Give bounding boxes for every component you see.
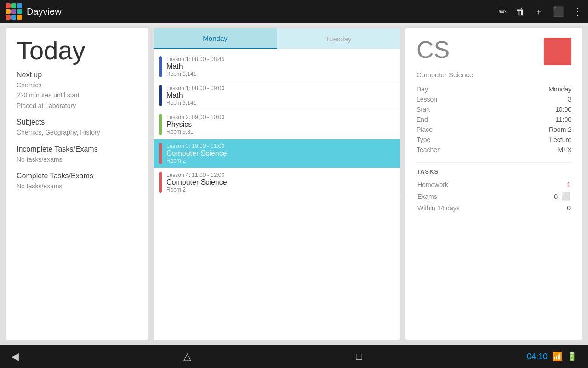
- next-up-place: Placed at Laboratory: [17, 101, 137, 111]
- lessons-list: Lesson 1: 08:00 - 08:45 Math Room 3,141 …: [154, 49, 400, 340]
- home-icon[interactable]: △: [183, 351, 191, 362]
- subject-header: CS: [417, 38, 571, 65]
- task-value: 1: [528, 180, 571, 190]
- subjects-value: Chemics, Geography, History: [17, 127, 137, 137]
- detail-key: Place: [417, 125, 509, 135]
- back-icon[interactable]: ◀: [11, 351, 19, 362]
- lesson-color-bar: [159, 114, 162, 135]
- right-panel: CS Computer Science DayMondayLesson3Star…: [405, 28, 582, 340]
- table-row: TeacherMr X: [417, 145, 571, 155]
- lesson-color-bar: [159, 85, 162, 106]
- more-icon[interactable]: ⋮: [573, 6, 582, 17]
- add-icon[interactable]: ＋: [534, 6, 543, 18]
- lesson-time: Lesson 4: 11:00 - 12:00: [166, 172, 394, 178]
- main-content: Today Next up Chemics 220 minutes until …: [0, 23, 588, 345]
- trash-icon[interactable]: 🗑: [516, 6, 525, 17]
- task-key: Homework: [417, 180, 527, 190]
- lesson-item[interactable]: Lesson 1: 08:00 - 08:45 Math Room 3,141: [154, 52, 400, 81]
- lesson-info: Lesson 1: 08:00 - 09:00 Math Room 3,141: [166, 85, 394, 106]
- detail-value: 3: [509, 94, 571, 104]
- lesson-item[interactable]: Lesson 3: 10:00 - 11:00 Computer Science…: [154, 139, 400, 168]
- task-key: Exams: [417, 191, 527, 202]
- lesson-item[interactable]: Lesson 4: 11:00 - 12:00 Computer Science…: [154, 168, 400, 197]
- task-value: 0 ⬜: [528, 191, 571, 202]
- tab-tuesday[interactable]: Tuesday: [277, 28, 400, 49]
- cast-icon[interactable]: ⬛: [553, 6, 564, 17]
- detail-table: DayMondayLesson3Start10:00End11:00PlaceR…: [417, 84, 571, 155]
- task-icon[interactable]: ⬜: [561, 192, 571, 201]
- subject-color-box: [544, 38, 571, 65]
- day-tabs: Monday Tuesday: [154, 28, 400, 49]
- lesson-name: Physics: [166, 120, 394, 129]
- lesson-room: Room 9,81: [166, 129, 394, 135]
- subjects-label: Subjects: [17, 118, 137, 126]
- battery-icon: 🔋: [567, 351, 577, 362]
- table-row: Homework1: [417, 180, 571, 190]
- table-row: Exams 0 ⬜: [417, 191, 571, 202]
- table-row: Lesson3: [417, 94, 571, 104]
- tasks-table: Homework1 Exams 0 ⬜ Within 14 days0: [417, 179, 571, 214]
- lesson-info: Lesson 1: 08:00 - 08:45 Math Room 3,141: [166, 56, 394, 77]
- today-heading: Today: [17, 38, 137, 63]
- detail-key: Teacher: [417, 145, 509, 155]
- table-row: PlaceRoom 2: [417, 125, 571, 135]
- lesson-info: Lesson 2: 09:00 - 10:00 Physics Room 9,8…: [166, 114, 394, 135]
- lesson-item[interactable]: Lesson 1: 08:00 - 09:00 Math Room 3,141: [154, 81, 400, 110]
- table-row: Start10:00: [417, 104, 571, 114]
- subject-name: Computer Science: [417, 71, 571, 79]
- wifi-icon: 📶: [552, 351, 562, 362]
- lesson-info: Lesson 3: 10:00 - 11:00 Computer Science…: [166, 143, 394, 164]
- lesson-room: Room 3,141: [166, 100, 394, 106]
- app-title: Dayview: [27, 6, 499, 17]
- bottombar: ◀ △ □ 04:10 📶 🔋: [0, 345, 588, 368]
- detail-key: Start: [417, 104, 509, 114]
- lesson-time: Lesson 1: 08:00 - 08:45: [166, 56, 394, 62]
- task-key: Within 14 days: [417, 203, 527, 213]
- task-value: 0: [528, 203, 571, 213]
- next-up-time: 220 minutes until start: [17, 90, 137, 100]
- detail-value: Mr X: [509, 145, 571, 155]
- pencil-icon[interactable]: ✏: [499, 6, 507, 17]
- tab-monday[interactable]: Monday: [154, 28, 277, 49]
- recents-icon[interactable]: □: [356, 351, 362, 362]
- next-up-label: Next up: [17, 71, 137, 79]
- lesson-color-bar: [159, 56, 162, 77]
- detail-key: Day: [417, 84, 509, 94]
- tasks-header: TASKS: [417, 162, 571, 175]
- complete-label: Complete Tasks/Exams: [17, 172, 137, 180]
- lesson-name: Computer Science: [166, 178, 394, 187]
- topbar: Dayview ✏ 🗑 ＋ ⬛ ⋮: [0, 0, 588, 23]
- lesson-room: Room 2: [166, 187, 394, 193]
- status-bar: 04:10 📶 🔋: [527, 351, 577, 362]
- table-row: DayMonday: [417, 84, 571, 94]
- detail-value: 10:00: [509, 104, 571, 114]
- detail-value: Room 2: [509, 125, 571, 135]
- table-row: Within 14 days0: [417, 203, 571, 213]
- subject-abbr: CS: [417, 38, 450, 62]
- detail-value: Monday: [509, 84, 571, 94]
- lesson-item[interactable]: Lesson 2: 09:00 - 10:00 Physics Room 9,8…: [154, 110, 400, 139]
- middle-panel: Monday Tuesday Lesson 1: 08:00 - 08:45 M…: [154, 28, 400, 340]
- lesson-name: Computer Science: [166, 149, 394, 158]
- detail-value: 11:00: [509, 114, 571, 125]
- lesson-room: Room 3,141: [166, 71, 394, 77]
- lesson-name: Math: [166, 91, 394, 100]
- next-up-subject: Chemics: [17, 80, 137, 90]
- lesson-color-bar: [159, 143, 162, 164]
- left-panel: Today Next up Chemics 220 minutes until …: [6, 28, 148, 340]
- detail-value: Lecture: [509, 135, 571, 145]
- detail-key: Type: [417, 135, 509, 145]
- table-row: TypeLecture: [417, 135, 571, 145]
- lesson-time: Lesson 3: 10:00 - 11:00: [166, 143, 394, 149]
- lesson-time: Lesson 2: 09:00 - 10:00: [166, 114, 394, 120]
- clock: 04:10: [527, 352, 548, 362]
- detail-key: End: [417, 114, 509, 125]
- complete-value: No tasks/exams: [17, 181, 137, 191]
- toolbar-icons: ✏ 🗑 ＋ ⬛ ⋮: [499, 6, 582, 18]
- lesson-time: Lesson 1: 08:00 - 09:00: [166, 85, 394, 91]
- lesson-info: Lesson 4: 11:00 - 12:00 Computer Science…: [166, 172, 394, 193]
- lesson-color-bar: [159, 172, 162, 193]
- lesson-room: Room 2: [166, 158, 394, 164]
- incomplete-label: Incomplete Tasks/Exams: [17, 145, 137, 153]
- detail-key: Lesson: [417, 94, 509, 104]
